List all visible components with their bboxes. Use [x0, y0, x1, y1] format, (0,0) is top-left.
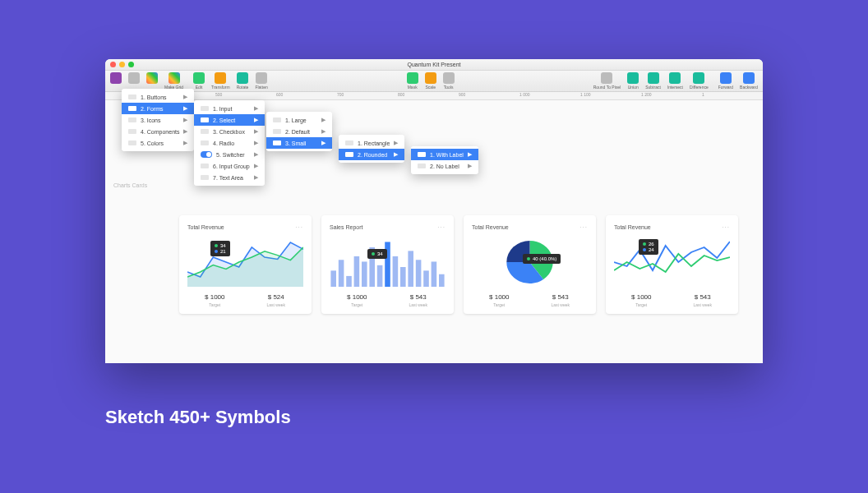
- sketch-app-window: Quantum Kit Present Make Grid EditTransf…: [105, 59, 763, 363]
- menu-item-2-forms[interactable]: 2. Forms▶: [122, 103, 194, 114]
- svg-rect-4: [362, 261, 367, 287]
- chevron-right-icon: ▶: [321, 140, 326, 146]
- menu-item-3-checkbox[interactable]: 3. Checkbox▶: [194, 126, 265, 137]
- menu-item-label: 1. Rectangle: [358, 141, 390, 146]
- metric-label: Target: [330, 302, 385, 307]
- more-icon[interactable]: ···: [295, 223, 303, 231]
- traffic-lights: [110, 62, 134, 67]
- toolbar-backward[interactable]: Backward: [740, 72, 758, 90]
- menu-item-1-with-label[interactable]: 1. With Label▶: [411, 149, 478, 160]
- menu-item-2-select[interactable]: 2. Select▶: [194, 114, 265, 126]
- Subtract-icon: [648, 72, 659, 84]
- toolbar-icon[interactable]: [128, 72, 140, 85]
- swatch-icon: [128, 129, 136, 134]
- menu-item-1-rectangle[interactable]: 1. Rectangle▶: [339, 137, 404, 149]
- menu-item-4-radio[interactable]: 4. Radio▶: [194, 137, 265, 149]
- metric-value: $ 543: [676, 293, 731, 301]
- chart-card: Total Revenue···40 (40.0%)$ 1000Target$ …: [464, 215, 596, 314]
- toolbar-icon[interactable]: [110, 72, 122, 85]
- metric: $ 1000Target: [472, 293, 527, 307]
- menu-item-1-input[interactable]: 1. Input▶: [194, 103, 265, 114]
- menu-item-2-no-label[interactable]: 2. No Label▶: [411, 160, 478, 172]
- card-title: Total Revenue: [472, 224, 509, 230]
- svg-rect-13: [432, 261, 437, 287]
- menu-item-6-input-group[interactable]: 6. Input Group▶: [194, 160, 265, 172]
- toolbar-mask[interactable]: Mask: [407, 72, 418, 90]
- metric-label: Last week: [533, 302, 589, 307]
- swatch-icon: [128, 117, 136, 122]
- swatch-icon: [345, 152, 353, 157]
- menu-item-5-switcher[interactable]: 5. Switcher▶: [194, 149, 265, 160]
- toolbar-scale[interactable]: Scale: [425, 72, 436, 90]
- card-title: Total Revenue: [614, 224, 651, 230]
- toolbar-make-grid[interactable]: Make Grid: [164, 72, 183, 90]
- toolbar-edit[interactable]: Edit: [193, 72, 205, 90]
- toolbar-icon[interactable]: [146, 72, 158, 85]
- menu-item-label: 3. Checkbox: [213, 129, 245, 135]
- chevron-right-icon: ▶: [468, 163, 472, 169]
- metric: $ 543Last week: [533, 293, 589, 307]
- swatch-icon: [128, 106, 136, 111]
- toolbar-union[interactable]: Union: [627, 72, 639, 90]
- menu-item-2-rounded[interactable]: 2. Rounded▶: [339, 149, 404, 160]
- menu-item-label: 1. Input: [213, 106, 232, 112]
- menu-item-1-buttons[interactable]: 1. Buttons▶: [122, 91, 194, 103]
- window-title: Quantum Kit Present: [408, 62, 461, 67]
- chevron-right-icon: ▶: [254, 140, 258, 146]
- metric-label: Last week: [391, 302, 446, 307]
- svg-rect-1: [339, 260, 344, 287]
- more-icon[interactable]: ···: [722, 223, 730, 231]
- menu-item-label: 7. Text Area: [213, 175, 243, 181]
- tooltip-value: 34: [220, 243, 226, 248]
- menu-item-label: 1. With Label: [430, 152, 464, 158]
- Intersect-icon: [669, 72, 681, 84]
- swatch-icon: [201, 175, 209, 180]
- more-icon[interactable]: ···: [579, 223, 588, 231]
- chevron-right-icon: ▶: [321, 128, 326, 135]
- menu-item-3-small[interactable]: 3. Small▶: [266, 137, 332, 149]
- menu-item-3-icons[interactable]: 3. Icons▶: [122, 114, 194, 126]
- Union-icon: [627, 72, 639, 84]
- Backward-icon: [743, 72, 755, 84]
- toolbar-intersect[interactable]: Intersect: [667, 72, 683, 90]
- marketing-caption: Sketch 450+ Symbols: [105, 407, 291, 428]
- dot-icon: [215, 250, 218, 253]
- toolbar-rotate[interactable]: Rotate: [237, 72, 249, 90]
- chevron-right-icon: ▶: [394, 151, 398, 158]
- minimize-icon[interactable]: [119, 62, 125, 67]
- toolbar-difference[interactable]: Difference: [690, 72, 709, 90]
- tool-icon: [146, 72, 158, 84]
- toolbar-label: Flatten: [255, 85, 267, 90]
- dot-icon: [215, 244, 218, 247]
- chevron-right-icon: ▶: [254, 163, 258, 169]
- chevron-right-icon: ▶: [254, 128, 258, 135]
- metric-value: $ 1000: [472, 293, 527, 301]
- more-icon[interactable]: ···: [437, 223, 446, 231]
- toolbar-label: Round To Pixel: [593, 85, 621, 90]
- toolbar-label: Transform: [211, 85, 230, 90]
- toolbar-forward[interactable]: Forward: [718, 72, 733, 90]
- swatch-icon: [201, 106, 209, 111]
- swatch-icon: [201, 141, 209, 145]
- toolbar-subtract[interactable]: Subtract: [645, 72, 661, 90]
- menu-item-1-large[interactable]: 1. Large▶: [266, 114, 332, 126]
- toolbar-flatten[interactable]: Flatten: [255, 72, 267, 90]
- menu-item-2-default[interactable]: 2. Default▶: [266, 126, 332, 137]
- toolbar-tools[interactable]: Tools: [443, 72, 455, 90]
- toolbar-transform[interactable]: Transform: [211, 72, 230, 90]
- toolbar-label: Union: [628, 85, 639, 90]
- toolbar-label: Difference: [690, 85, 709, 90]
- ruler-tick: 700: [337, 92, 398, 99]
- toolbar-label: Rotate: [237, 85, 249, 90]
- menu-item-7-text-area[interactable]: 7. Text Area▶: [194, 172, 265, 183]
- close-icon[interactable]: [110, 62, 116, 67]
- menu-item-5-colors[interactable]: 5. Colors▶: [122, 137, 194, 149]
- metric-value: $ 1000: [614, 293, 669, 301]
- svg-rect-12: [423, 270, 429, 287]
- tooltip-value: 40 (40.0%): [533, 256, 556, 261]
- toolbar-round-to-pixel[interactable]: Round To Pixel: [593, 72, 621, 90]
- swatch-icon: [345, 141, 353, 145]
- chart-area: 34: [330, 237, 446, 287]
- maximize-icon[interactable]: [128, 62, 134, 67]
- menu-item-4-components[interactable]: 4. Components▶: [122, 126, 194, 137]
